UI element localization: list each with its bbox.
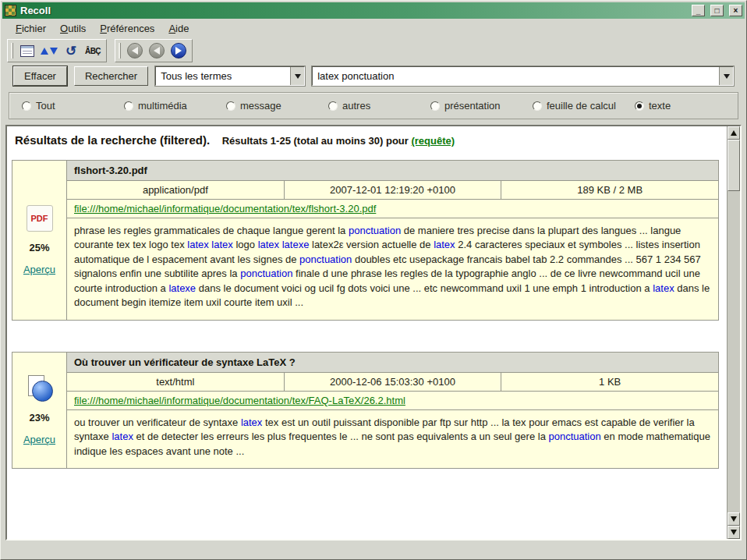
snippet-highlighted-term: latex xyxy=(112,431,133,442)
result-mime: application/pdf xyxy=(67,181,285,199)
toolbar-tools-group: ↺ ÂBÇ xyxy=(7,39,107,62)
menu-outils[interactable]: Outils xyxy=(53,20,93,37)
toolbar-handle[interactable] xyxy=(119,43,121,58)
filter-autres[interactable]: autres xyxy=(328,100,430,112)
radio-indicator xyxy=(328,101,338,111)
radio-indicator xyxy=(124,101,133,111)
results-title: Résultats de la recherche (filtered). xyxy=(15,133,210,147)
sort-button[interactable] xyxy=(39,41,59,60)
snippet-highlighted-term: latexe xyxy=(168,282,196,294)
snippet-highlighted-term: latex latexe xyxy=(258,239,310,250)
result-url-row: file:///home/michael/informatique/docume… xyxy=(67,392,718,410)
search-mode-select[interactable]: Tous les termes xyxy=(155,66,305,86)
scrollbar-track[interactable] xyxy=(728,191,740,512)
result-snippet: phrase les regles grammaticales de chaqu… xyxy=(67,218,718,320)
query-details-button[interactable] xyxy=(17,41,37,60)
sort-arrows-icon xyxy=(41,48,58,55)
snippet-text: logo xyxy=(233,239,258,250)
arrow-up-icon xyxy=(731,130,737,136)
relevance-percent: 23% xyxy=(29,412,49,424)
arrow-down-icon xyxy=(731,530,737,535)
filter-row: Tout multimédia message autres présentat… xyxy=(9,92,738,119)
filter-texte[interactable]: texte xyxy=(635,100,671,112)
nav-first-icon xyxy=(127,43,143,58)
filter-multimedia[interactable]: multimédia xyxy=(124,100,226,112)
scroll-down-button[interactable] xyxy=(728,512,740,526)
filter-presentation[interactable]: présentation xyxy=(430,100,533,112)
search-mode-value: Tous les termes xyxy=(156,67,290,85)
close-icon[interactable]: × xyxy=(729,5,742,16)
preview-link[interactable]: Aperçu xyxy=(23,264,55,275)
clear-button[interactable]: Effacer xyxy=(13,66,67,86)
recoll-app-icon[interactable] xyxy=(5,5,16,16)
maximize-icon[interactable]: □ xyxy=(710,5,724,16)
result-meta-row: text/html 2000-12-06 15:03:30 +0100 1 KB xyxy=(67,373,718,392)
result-side-column: 23% Aperçu xyxy=(12,353,67,468)
result-main: Où trouver un vérificateur de syntaxe La… xyxy=(67,353,718,468)
filter-label: présentation xyxy=(444,100,501,112)
history-button[interactable]: ↺ xyxy=(61,41,81,60)
result-size: 1 KB xyxy=(501,373,718,391)
html-globe-icon xyxy=(27,375,53,402)
filter-feuille-de-calcul[interactable]: feuille de calcul xyxy=(533,100,635,112)
result-snippet: ou trouver un verificateur de syntaxe la… xyxy=(67,410,718,468)
scroll-up-button[interactable] xyxy=(728,126,740,140)
menu-fichier[interactable]: Fichier xyxy=(9,20,53,37)
query-history-dropdown-button[interactable] xyxy=(719,67,733,85)
vertical-scrollbar[interactable] xyxy=(727,126,740,539)
radio-indicator xyxy=(635,101,644,111)
filter-label: multimédia xyxy=(138,100,187,112)
spellcheck-icon: ÂBÇ xyxy=(85,47,101,55)
snippet-highlighted-term: ponctuation xyxy=(349,225,401,236)
result-date: 2000-12-06 15:03:30 +0100 xyxy=(285,373,502,391)
nav-next-icon xyxy=(171,43,186,58)
filter-label: Tout xyxy=(36,100,55,112)
nav-previous-button[interactable] xyxy=(147,41,167,60)
toolbar-handle[interactable] xyxy=(11,43,13,58)
filter-message[interactable]: message xyxy=(226,100,328,112)
snippet-text: phrase les regles grammaticales de chaqu… xyxy=(74,225,349,236)
result-side-column: 25% Aperçu xyxy=(12,161,67,320)
result-filename: flshort-3.20.pdf xyxy=(67,161,718,181)
result-filename: Où trouver un vérificateur de syntaxe La… xyxy=(67,353,718,373)
filter-label: feuille de calcul xyxy=(547,100,616,112)
query-link[interactable]: (requête) xyxy=(411,135,455,147)
snippet-highlighted-term: latex xyxy=(434,239,455,250)
result-size: 189 KB / 2 MB xyxy=(501,181,718,199)
title-bar[interactable]: Recoll _ □ × xyxy=(2,2,745,19)
result-mime: text/html xyxy=(67,373,285,391)
scrollbar-thumb[interactable] xyxy=(728,140,740,191)
menu-preferences[interactable]: Préférences xyxy=(93,20,161,37)
snippet-highlighted-term: latex latex xyxy=(187,239,233,250)
arrow-down-icon xyxy=(731,516,737,522)
result-url-row: file:///home/michael/informatique/docume… xyxy=(67,200,718,218)
scroll-down-button-2[interactable] xyxy=(728,526,740,539)
nav-next-button[interactable] xyxy=(168,41,189,60)
results-header: Résultats de la recherche (filtered). Ré… xyxy=(7,126,727,150)
menu-aide[interactable]: Aide xyxy=(161,20,196,37)
search-mode-dropdown-button[interactable] xyxy=(290,67,304,85)
filter-label: autres xyxy=(342,100,370,112)
query-combo[interactable] xyxy=(312,66,734,86)
filter-tout[interactable]: Tout xyxy=(22,100,124,112)
filter-label: message xyxy=(240,100,281,112)
query-input[interactable] xyxy=(313,67,719,85)
result-url-link[interactable]: file:///home/michael/informatique/docume… xyxy=(74,203,376,214)
toolbar-nav-group xyxy=(115,39,193,62)
minimize-icon[interactable]: _ xyxy=(692,5,705,16)
snippet-text: dans le document voici og ucil fg dots v… xyxy=(196,282,653,294)
nav-first-button[interactable] xyxy=(125,41,145,60)
snippet-highlighted-term: ponctuation xyxy=(548,431,600,442)
nav-previous-icon xyxy=(149,43,165,58)
results-count: Résultats 1-25 (total au moins 30) pour xyxy=(222,135,409,147)
term-explorer-button[interactable]: ÂBÇ xyxy=(83,41,103,60)
preview-link[interactable]: Aperçu xyxy=(23,434,55,445)
status-bar xyxy=(2,541,745,558)
chevron-down-icon xyxy=(295,74,301,79)
result-url-link[interactable]: file:///home/michael/informatique/docume… xyxy=(74,395,405,406)
window-title: Recoll xyxy=(20,5,686,16)
search-button[interactable]: Rechercher xyxy=(74,66,148,86)
results-frame: Résultats de la recherche (filtered). Ré… xyxy=(5,125,742,541)
radio-indicator xyxy=(533,101,542,111)
snippet-highlighted-term: ponctuation xyxy=(240,268,292,279)
